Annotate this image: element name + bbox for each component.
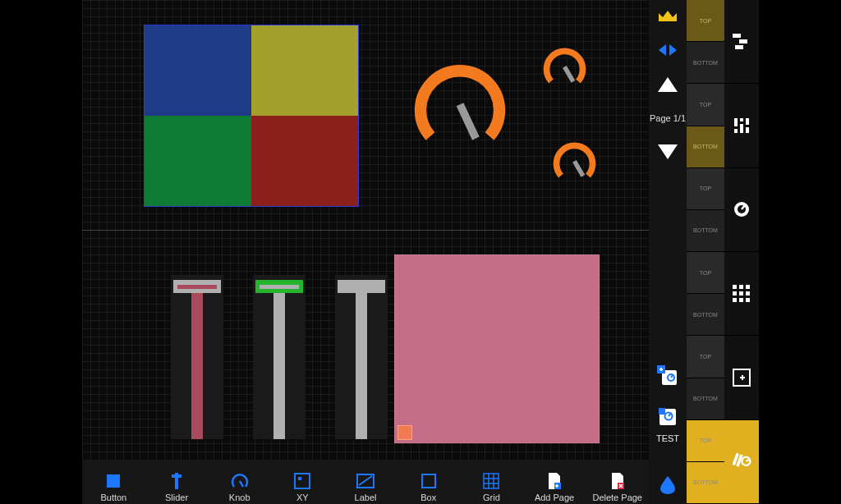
- svg-rect-42: [739, 285, 743, 289]
- svg-rect-47: [733, 298, 737, 302]
- quad-button-green[interactable]: [145, 116, 251, 206]
- tool-label[interactable]: Label: [334, 472, 398, 502]
- svg-rect-8: [298, 477, 301, 480]
- container-type-faders[interactable]: [724, 84, 759, 167]
- svg-rect-7: [295, 474, 310, 488]
- svg-rect-28: [659, 408, 665, 415]
- container-cell-top[interactable]: TOP: [687, 252, 724, 294]
- droplet-icon[interactable]: [659, 474, 677, 494]
- tool-label: XY: [296, 493, 309, 502]
- container-cell-column: TOPBOTTOMTOPBOTTOMTOPBOTTOMTOPBOTTOMTOPB…: [687, 0, 724, 504]
- element-toolbar: Button Slider Knob XY Label Box: [82, 460, 649, 504]
- tool-label: Delete Page: [592, 493, 642, 502]
- svg-rect-1: [563, 66, 575, 83]
- svg-rect-37: [745, 125, 750, 127]
- quad-button-yellow[interactable]: [251, 25, 358, 116]
- container-cell-bottom[interactable]: BOTTOM: [687, 462, 724, 504]
- svg-rect-44: [733, 291, 737, 296]
- box-icon: [420, 472, 438, 490]
- container-cell-top[interactable]: TOP: [687, 168, 724, 210]
- svg-rect-46: [746, 291, 750, 296]
- container-type-steps[interactable]: [724, 0, 759, 84]
- tool-label: Knob: [229, 493, 250, 502]
- add-page-icon: [545, 472, 563, 490]
- container-cell-top[interactable]: TOP: [687, 0, 724, 42]
- tool-box[interactable]: Box: [397, 472, 460, 502]
- container-type-xy[interactable]: [724, 336, 759, 419]
- container-cell-bottom[interactable]: BOTTOM: [687, 210, 724, 252]
- editor-canvas[interactable]: [82, 0, 649, 460]
- slider-group: [171, 275, 388, 439]
- tool-label: Add Page: [535, 493, 574, 502]
- container-cell-top[interactable]: TOP: [687, 420, 724, 462]
- svg-rect-30: [739, 39, 747, 44]
- tool-grid[interactable]: Grid: [460, 472, 523, 502]
- quad-button-blue[interactable]: [145, 25, 251, 116]
- container-cell-bottom[interactable]: BOTTOM: [687, 294, 724, 336]
- crown-icon[interactable]: [657, 8, 678, 23]
- page-down-button[interactable]: [658, 144, 678, 159]
- tool-delete-page[interactable]: Delete Page: [586, 472, 649, 502]
- svg-rect-45: [739, 291, 743, 296]
- container-type-knob[interactable]: [724, 168, 759, 252]
- svg-rect-12: [484, 474, 499, 488]
- svg-rect-35: [733, 126, 738, 129]
- svg-marker-20: [669, 44, 677, 56]
- label-icon: [356, 472, 375, 490]
- test-mode-button[interactable]: TEST: [656, 406, 679, 443]
- svg-rect-36: [739, 121, 744, 124]
- tool-label: Button: [100, 493, 126, 502]
- knob-small-1[interactable]: [542, 45, 587, 90]
- quad-button-red[interactable]: [251, 116, 358, 206]
- tool-slider[interactable]: Slider: [145, 472, 209, 502]
- tool-xy[interactable]: XY: [271, 472, 334, 502]
- svg-rect-0: [457, 103, 480, 140]
- xy-pad[interactable]: [394, 254, 600, 443]
- slider-3[interactable]: [335, 275, 388, 439]
- svg-rect-31: [735, 45, 743, 49]
- test-label: TEST: [656, 433, 679, 443]
- xy-icon: [293, 472, 311, 490]
- add-container-icon[interactable]: [657, 365, 678, 387]
- tool-label: Box: [420, 493, 436, 502]
- slider-1[interactable]: [171, 275, 223, 439]
- container-type-grid[interactable]: [724, 252, 759, 336]
- knob-large[interactable]: [411, 57, 509, 156]
- container-cell-bottom[interactable]: BOTTOM: [687, 42, 724, 84]
- slider-2[interactable]: [253, 275, 306, 439]
- tool-label: Label: [355, 493, 377, 502]
- container-cell-bottom[interactable]: BOTTOM: [687, 378, 724, 420]
- container-cell-bottom[interactable]: BOTTOM: [687, 126, 724, 168]
- svg-rect-32: [734, 118, 738, 133]
- svg-rect-41: [733, 285, 737, 289]
- container-cell-top[interactable]: TOP: [687, 84, 724, 126]
- container-type-custom[interactable]: [724, 420, 759, 504]
- svg-line-10: [359, 476, 372, 485]
- svg-rect-48: [739, 298, 743, 302]
- tool-add-page[interactable]: Add Page: [523, 472, 586, 502]
- tool-knob[interactable]: Knob: [208, 472, 271, 502]
- svg-marker-19: [659, 44, 666, 56]
- page-nav-strip: Page 1/1 TEST: [649, 0, 687, 504]
- grid-icon: [482, 472, 500, 490]
- svg-rect-2: [572, 160, 585, 177]
- svg-line-54: [746, 459, 749, 462]
- horizontal-arrows-icon[interactable]: [657, 43, 678, 57]
- container-cell-top[interactable]: TOP: [687, 336, 724, 378]
- svg-rect-33: [740, 118, 743, 133]
- button-icon: [104, 472, 122, 490]
- svg-rect-3: [107, 474, 120, 488]
- quad-button-group[interactable]: [144, 25, 359, 207]
- svg-rect-11: [422, 474, 435, 488]
- container-type-column: [724, 0, 759, 504]
- xy-cursor[interactable]: [398, 425, 412, 440]
- page-indicator: Page 1/1: [650, 113, 686, 123]
- svg-rect-5: [172, 474, 182, 478]
- knob-small-2[interactable]: [552, 140, 597, 185]
- tool-button[interactable]: Button: [82, 472, 145, 502]
- svg-line-6: [240, 481, 243, 487]
- svg-rect-29: [733, 34, 741, 38]
- knob-icon: [231, 472, 249, 490]
- tool-label: Grid: [483, 493, 500, 502]
- page-up-button[interactable]: [658, 77, 678, 92]
